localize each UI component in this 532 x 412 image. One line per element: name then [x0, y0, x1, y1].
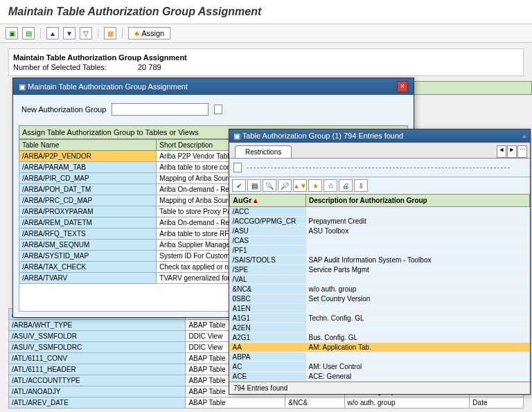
table-row[interactable]: /ATL/AREV_DATEABAP Table&NC&w/o auth. gr… [9, 397, 524, 409]
dialog2-title: Table Authorization Group (1) 794 Entrie… [242, 132, 403, 140]
tab-more-icon[interactable]: ⋯ [517, 145, 527, 158]
tab-next-icon[interactable]: ► [507, 145, 517, 158]
dialog2-window-btn[interactable]: ▫ [523, 132, 526, 141]
collapse-icon[interactable]: ▤ [22, 27, 35, 39]
list-item[interactable]: &NC&w/o auth. group [230, 285, 530, 294]
separator [122, 28, 123, 39]
col-augr-desc[interactable]: Description for Authorization Group [306, 195, 530, 207]
list-item[interactable]: /PF1 [230, 246, 530, 256]
list-item[interactable]: 0SBCSet Country Version [230, 294, 530, 304]
new-group-label: New Authorization Group [21, 105, 106, 114]
list-item[interactable]: ACEACE: General [230, 372, 530, 382]
filter-icon[interactable]: ▽ [80, 27, 92, 39]
sort-icon[interactable]: ▲▼ [293, 179, 307, 192]
tab-prev-icon[interactable]: ◄ [497, 145, 506, 158]
divider [247, 168, 510, 168]
dialog1-title: Maintain Table Authorization Group Assig… [28, 82, 188, 91]
dialog2-toolbar: ✔ ▤ 🔍 🔎 ▲▼ ★ ☆ 🖨 ⇩ [229, 177, 530, 194]
new-group-input[interactable] [112, 103, 209, 116]
info-panel: Maintain Table Authorization Group Assig… [8, 48, 524, 76]
page-title: Maintain Table Authorization Group Assig… [8, 6, 524, 18]
separator [98, 28, 98, 39]
filter-selector[interactable] [233, 163, 242, 172]
list-item[interactable]: A2EN [230, 323, 530, 333]
filter-area [229, 159, 530, 177]
list-item[interactable]: /SPEService Parts Mgmt [230, 265, 530, 275]
expand-icon[interactable]: ▣ [6, 27, 18, 39]
favorite-icon[interactable]: ★ [308, 179, 322, 192]
dialog2-status: 794 Entries found [229, 382, 530, 394]
col-table-name[interactable]: Table Name [19, 140, 157, 151]
sort-desc-icon[interactable]: ▼ [63, 27, 76, 39]
sort-asc-icon[interactable]: ▲ [46, 27, 59, 39]
list-item[interactable]: ACAM: User Control [230, 362, 530, 372]
download-icon[interactable]: ⇩ [354, 179, 368, 192]
list-item[interactable]: A1G1Techn. Config. GL [230, 314, 530, 323]
dialog1-titlebar: ▣ Maintain Table Authorization Group Ass… [13, 78, 414, 95]
col-augr[interactable]: AuGr ▴ [230, 195, 306, 207]
search-next-icon[interactable]: 🔎 [278, 179, 292, 192]
print-icon[interactable]: 🖨 [339, 179, 353, 192]
list-item[interactable]: A1EN [230, 304, 530, 314]
assign-icon: ♣ [134, 29, 139, 37]
list-item[interactable]: /CAS [230, 236, 530, 246]
assign-label: Assign [141, 29, 164, 37]
sort-marker-icon: ▴ [254, 196, 258, 204]
assign-button[interactable]: ♣ Assign [128, 27, 170, 39]
list-item[interactable]: /VAL [230, 275, 530, 285]
list-item[interactable]: ABPA [230, 352, 530, 362]
value-help-icon[interactable] [214, 105, 222, 114]
accept-icon[interactable]: ✔ [232, 179, 246, 192]
list-item[interactable]: A2G1Bus. Config. GL [230, 333, 530, 343]
main-toolbar: ▣ ▤ ▲ ▼ ▽ ▦ ♣ Assign [0, 24, 532, 43]
dialog2-titlebar: ▣ Table Authorization Group (1) 794 Entr… [229, 129, 530, 143]
layout-icon[interactable]: ▦ [104, 27, 116, 39]
tab-restrictions[interactable]: Restrictions [235, 145, 292, 158]
personal-list-icon[interactable]: ☆ [323, 179, 337, 192]
auth-group-search-dialog: ▣ Table Authorization Group (1) 794 Entr… [229, 129, 531, 395]
info-title: Maintain Table Authorization Group Assig… [13, 53, 519, 62]
list-icon[interactable]: ▤ [247, 179, 261, 192]
separator [40, 28, 41, 39]
tab-strip: Restrictions ◄ ► ⋯ [229, 143, 530, 159]
list-item[interactable]: /SAIS/TOOLSSAP Audit Information System … [230, 256, 530, 265]
close-icon[interactable]: × [397, 81, 408, 92]
selected-count: 20 789 [138, 63, 161, 71]
page-titlebar: Maintain Table Authorization Group Assig… [0, 0, 532, 24]
list-item[interactable]: /ASUASU Toolbox [230, 226, 530, 236]
list-item[interactable]: /ACCGO/PPMG_CRPrepayment Credit [230, 217, 530, 226]
list-item[interactable]: /ACC [230, 207, 530, 217]
selected-label: Number of Selected Tables: [13, 63, 138, 71]
search-icon[interactable]: 🔍 [263, 179, 276, 192]
list-item[interactable]: AAAM: Application Tab. [230, 343, 530, 352]
